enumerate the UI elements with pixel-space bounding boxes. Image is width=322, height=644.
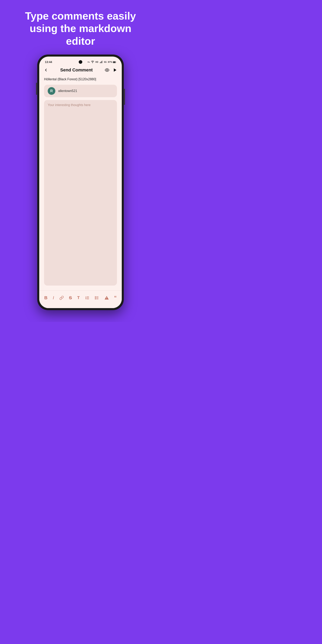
post-title: Höllental (Black Forest) [5120x2880] (44, 78, 117, 81)
content-area: Höllental (Black Forest) [5120x2880] R a… (39, 76, 122, 290)
app-bar-actions (105, 68, 117, 72)
phone-screen: 13:44 🗝 HD (39, 56, 122, 308)
ordered-list-button[interactable] (84, 295, 90, 301)
fiveg-icon: 5G (104, 61, 107, 63)
key-icon: 🗝 (88, 61, 90, 63)
comment-placeholder: Your interesting thoughts here (48, 103, 90, 107)
back-button[interactable] (44, 68, 48, 72)
camera-notch (79, 60, 82, 64)
user-row: R allentown521 (44, 85, 117, 97)
svg-point-17 (95, 298, 96, 298)
svg-point-8 (106, 70, 108, 71)
svg-point-18 (95, 299, 96, 299)
strikethrough-button[interactable]: S (68, 294, 73, 301)
phone-shell: 13:44 🗝 HD (37, 54, 124, 310)
unordered-list-button[interactable] (94, 295, 100, 301)
svg-rect-1 (100, 62, 100, 63)
username: allentown521 (58, 89, 77, 93)
heading-button[interactable]: T (76, 295, 80, 301)
svg-marker-9 (114, 68, 116, 72)
warning-button[interactable] (104, 295, 110, 301)
wifi-icon (91, 60, 94, 64)
svg-rect-7 (113, 62, 115, 63)
status-time: 13:44 (45, 60, 52, 64)
hero-text: Type comments easily using the markdown … (13, 0, 148, 54)
svg-rect-3 (101, 62, 102, 63)
comment-input[interactable]: Your interesting thoughts here (44, 100, 117, 286)
svg-rect-2 (100, 62, 101, 63)
markdown-toolbar: B I S T (39, 290, 122, 308)
quote-button[interactable]: “ (113, 294, 118, 302)
italic-button[interactable]: I (52, 294, 55, 301)
avatar: R (48, 87, 55, 95)
signal-icon (100, 60, 103, 64)
battery-icon: 87% (108, 61, 116, 63)
svg-point-0 (92, 63, 92, 63)
svg-point-19 (106, 298, 107, 299)
bold-button[interactable]: B (44, 294, 48, 301)
link-button[interactable] (58, 295, 64, 301)
app-title: Send Comment (60, 68, 92, 73)
svg-point-16 (95, 296, 96, 297)
status-icons: 🗝 HD (88, 60, 116, 64)
preview-button[interactable] (105, 68, 109, 72)
app-bar: Send Comment (39, 66, 122, 76)
send-button[interactable] (113, 68, 117, 72)
hd-icon: HD (96, 61, 98, 63)
svg-rect-6 (116, 62, 116, 62)
svg-rect-4 (102, 61, 102, 63)
